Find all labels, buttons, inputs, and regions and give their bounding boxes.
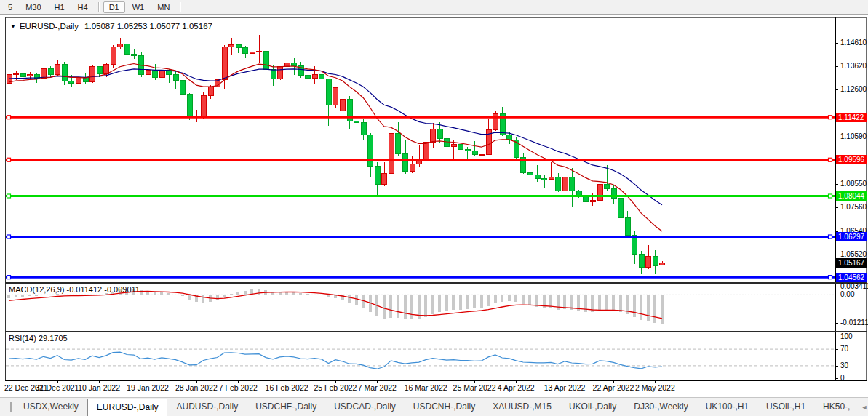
rsi-tick bbox=[835, 349, 838, 350]
timeframe-toolbar: 5M30H1H4D1W1MN bbox=[0, 0, 868, 15]
price-tick bbox=[835, 137, 838, 137]
price-tick-label: 1.12600 bbox=[840, 85, 867, 94]
tab-usdchf-daily[interactable]: USDCHF-,Daily bbox=[247, 398, 325, 416]
rsi-tick bbox=[835, 378, 838, 379]
timeframe-button-h1[interactable]: H1 bbox=[49, 1, 71, 13]
rsi-line bbox=[9, 352, 662, 369]
price-tick-label: 1.13620 bbox=[840, 62, 867, 71]
level-handle[interactable] bbox=[7, 276, 11, 279]
price-tick bbox=[835, 184, 838, 185]
level-handle[interactable] bbox=[829, 158, 832, 161]
price-tick-label: 1.10590 bbox=[840, 132, 867, 141]
timeframe-button-w1[interactable]: W1 bbox=[127, 1, 151, 13]
tab-dj30-weekly[interactable]: DJ30-,Weekly bbox=[625, 398, 696, 416]
level-price-badge: 1.06297 bbox=[836, 232, 867, 241]
tab-usdcnh-daily[interactable]: USDCNH-,Daily bbox=[405, 398, 484, 416]
price-chart-canvas[interactable] bbox=[6, 18, 835, 282]
macd-tick bbox=[835, 287, 838, 287]
price-tick-label: 1.08550 bbox=[840, 180, 867, 188]
collapse-chart-icon[interactable]: ▼ bbox=[10, 23, 16, 30]
level-line-1.04562[interactable] bbox=[6, 276, 835, 279]
level-handle[interactable] bbox=[7, 158, 11, 161]
price-tick bbox=[835, 66, 838, 67]
macd-tick bbox=[835, 323, 838, 324]
tabbar-grip bbox=[10, 402, 12, 412]
macd-splitter[interactable] bbox=[5, 282, 867, 284]
date-tick-label: 7 Mar 2022 bbox=[358, 383, 397, 392]
timeframe-button-d1[interactable]: D1 bbox=[103, 1, 125, 13]
date-tick-label: 13 Apr 2022 bbox=[544, 383, 586, 392]
level-line-1.11422[interactable] bbox=[6, 116, 835, 119]
level-handle[interactable] bbox=[829, 276, 832, 279]
date-tick-label: 28 Jan 2022 bbox=[175, 383, 218, 392]
rsi-label: RSI(14) 29.1705 bbox=[9, 334, 68, 343]
date-tick-label: 19 Jan 2022 bbox=[127, 383, 169, 392]
level-price-badge: 1.08044 bbox=[836, 191, 867, 201]
rsi-tick bbox=[835, 337, 838, 337]
level-handle[interactable] bbox=[7, 194, 11, 198]
rsi-tick-label: 70 bbox=[840, 345, 848, 353]
rsi-tick-label: 100 bbox=[840, 332, 853, 341]
toolbar-separator bbox=[98, 2, 99, 12]
tab-scroll-left-icon[interactable]: ◄ bbox=[859, 404, 868, 411]
macd-tick-label: -0.012118 bbox=[840, 319, 868, 327]
date-tick-label: 10 Jan 2022 bbox=[78, 383, 120, 392]
chart-symbol-label: EURUSD-,Daily bbox=[20, 22, 79, 31]
tab-ukoil-daily[interactable]: UKOil-,Daily bbox=[560, 398, 625, 416]
level-line-1.06297[interactable] bbox=[6, 235, 835, 239]
macd-tick-label: 0.00 bbox=[840, 290, 854, 299]
toolbar-separator bbox=[180, 2, 180, 12]
tab-hk50[interactable]: HK50-, bbox=[814, 398, 859, 416]
level-price-badge: 1.04562 bbox=[836, 273, 867, 282]
price-tick bbox=[835, 89, 838, 90]
date-tick-label: 16 Feb 2022 bbox=[266, 383, 308, 392]
date-tick-label: 22 Apr 2022 bbox=[593, 383, 634, 392]
timeframe-button-5[interactable]: 5 bbox=[2, 1, 18, 13]
date-tick-label: 4 Apr 2022 bbox=[498, 383, 535, 392]
date-tick-label: 31 Dec 2021 bbox=[36, 383, 79, 392]
macd-tick bbox=[835, 295, 838, 295]
chart-header: ▼EURUSD-,Daily1.05087 1.05253 1.05077 1.… bbox=[10, 22, 212, 31]
symbol-tabbar: USDX,WeeklyEURUSD-,DailyAUDUSD-,DailyUSD… bbox=[0, 397, 868, 416]
tab-usoil-h1[interactable]: USOil-,H1 bbox=[757, 398, 814, 416]
timeframe-button-mn[interactable]: MN bbox=[151, 1, 175, 13]
timeframe-button-m30[interactable]: M30 bbox=[20, 1, 47, 13]
date-tick-label: 25 Feb 2022 bbox=[314, 383, 357, 392]
tab-eurusd-daily[interactable]: EURUSD-,Daily bbox=[87, 399, 168, 416]
rsi-tick-label: 0 bbox=[840, 374, 845, 383]
level-handle[interactable] bbox=[829, 116, 832, 119]
level-handle[interactable] bbox=[7, 235, 11, 239]
rsi-tick bbox=[835, 366, 838, 367]
chart-ohlc-quote: 1.05087 1.05253 1.05077 1.05167 bbox=[84, 22, 212, 31]
level-handle[interactable] bbox=[7, 116, 11, 119]
level-price-badge: 1.09596 bbox=[836, 155, 867, 164]
price-tick-label: 1.07560 bbox=[840, 203, 867, 212]
level-price-badge: 1.11422 bbox=[836, 113, 867, 122]
level-handle[interactable] bbox=[829, 235, 832, 239]
rsi-canvas[interactable] bbox=[6, 332, 835, 380]
timeframe-button-h4[interactable]: H4 bbox=[72, 1, 94, 13]
date-tick-label: 2 May 2022 bbox=[635, 383, 675, 392]
level-line-1.08044[interactable] bbox=[6, 194, 835, 198]
date-tick-label: 7 Feb 2022 bbox=[219, 383, 258, 392]
price-tick bbox=[835, 255, 838, 255]
candles bbox=[7, 35, 665, 274]
price-tick bbox=[835, 43, 838, 44]
current-price-badge: 1.05167 bbox=[836, 258, 867, 268]
level-handle[interactable] bbox=[829, 194, 832, 198]
price-tick bbox=[835, 207, 838, 208]
date-tick-label: 25 Mar 2022 bbox=[453, 383, 496, 392]
macd-label: MACD(12,26,9) -0.011412 -0.009011 bbox=[9, 285, 140, 294]
date-axis-border bbox=[5, 380, 867, 381]
tab-usdx-weekly[interactable]: USDX,Weekly bbox=[15, 398, 87, 416]
date-tick-label: 16 Mar 2022 bbox=[405, 383, 447, 392]
tab-usdcad-daily[interactable]: USDCAD-,Daily bbox=[325, 398, 405, 416]
tab-audusd-daily[interactable]: AUDUSD-,Daily bbox=[167, 398, 247, 416]
tab-xauusd-m15[interactable]: XAUUSD-,M15 bbox=[484, 398, 560, 416]
price-tick-label: 1.14610 bbox=[840, 39, 867, 47]
tab-uk100-h1[interactable]: UK100-,H1 bbox=[697, 398, 757, 416]
rsi-tick-label: 30 bbox=[840, 361, 848, 370]
macd-histogram bbox=[7, 289, 664, 324]
